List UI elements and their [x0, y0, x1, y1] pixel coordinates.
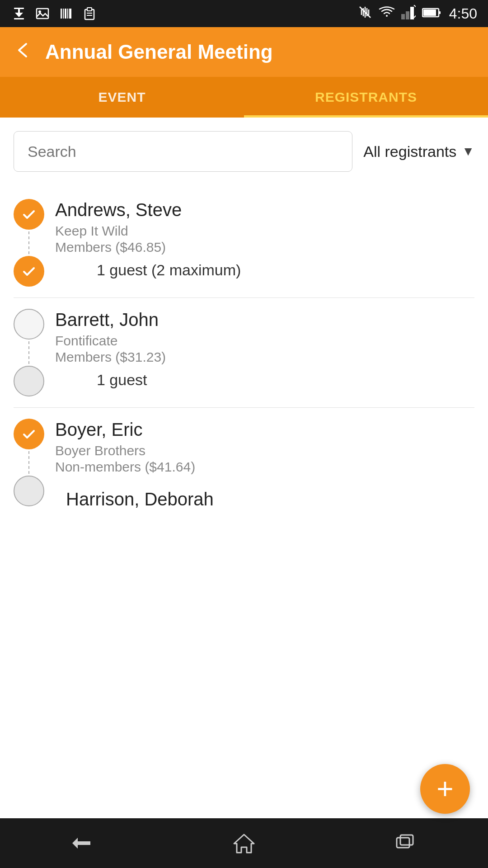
registrant-details: Boyer, Eric Boyer Brothers Non-members (…: [55, 419, 474, 510]
registrant-org: Fontificate: [55, 333, 474, 349]
registrant-name: Boyer, Eric: [55, 419, 474, 440]
registrant-name: Barrett, John: [55, 309, 474, 330]
chevron-down-icon: ▼: [462, 144, 474, 159]
svg-marker-18: [410, 7, 414, 19]
svg-rect-23: [439, 11, 441, 14]
svg-rect-3: [14, 18, 24, 19]
registrant-org: Boyer Brothers: [55, 443, 474, 458]
wifi-icon: [379, 6, 395, 22]
registrant-name-partial: Harrison, Deborah: [66, 488, 214, 510]
filter-label: All registrants: [363, 143, 456, 160]
search-input[interactable]: [28, 143, 338, 160]
check-circle-checked[interactable]: [14, 419, 44, 449]
search-box[interactable]: [14, 131, 352, 172]
mute-icon: [358, 5, 372, 23]
svg-rect-7: [63, 9, 64, 19]
svg-rect-0: [14, 8, 24, 9]
list-item: Andrews, Steve Keep It Wild Members ($46…: [14, 188, 474, 298]
time-display: 4:50: [449, 5, 477, 22]
svg-rect-10: [69, 9, 71, 19]
signal-icon: [401, 5, 416, 23]
svg-marker-16: [401, 14, 405, 19]
registrant-fee: Members ($31.23): [55, 349, 474, 365]
barcode-icon: [58, 5, 74, 22]
filter-dropdown[interactable]: All registrants ▼: [363, 143, 474, 160]
tab-registrants[interactable]: REGISTRANTS: [244, 77, 488, 118]
svg-marker-2: [15, 13, 23, 17]
svg-rect-6: [61, 9, 62, 19]
back-button[interactable]: [14, 41, 32, 63]
dashed-connector: [28, 231, 29, 254]
svg-line-19: [414, 5, 416, 7]
svg-line-20: [414, 15, 416, 18]
guest-text: 1 guest (2 maximum): [97, 261, 241, 279]
status-icons-left: [11, 5, 98, 22]
add-registrant-button[interactable]: +: [420, 764, 470, 814]
guest-check-circle-unchecked[interactable]: [14, 366, 44, 396]
svg-rect-12: [87, 8, 92, 11]
svg-point-5: [38, 10, 41, 13]
list-item: Boyer, Eric Boyer Brothers Non-members (…: [14, 408, 474, 521]
registrant-details: Andrews, Steve Keep It Wild Members ($46…: [55, 199, 474, 279]
tab-bar: EVENT REGISTRANTS: [0, 77, 488, 118]
status-bar: 4:50: [0, 0, 488, 27]
guest-row: 1 guest: [55, 371, 474, 389]
download-icon: [11, 5, 27, 22]
main-content: All registrants ▼: [0, 118, 488, 818]
svg-rect-24: [397, 838, 409, 848]
home-nav-button[interactable]: [226, 830, 262, 857]
bottom-nav: [0, 818, 488, 868]
battery-icon: [422, 6, 441, 21]
check-circle-checked[interactable]: [14, 199, 44, 230]
app-bar: Annual General Meeting: [0, 27, 488, 77]
check-circle-unchecked[interactable]: [14, 309, 44, 340]
registrant-fee: Non-members ($41.64): [55, 459, 474, 475]
registrant-list: Andrews, Steve Keep It Wild Members ($46…: [14, 188, 474, 521]
guest-check-circle-checked[interactable]: [14, 256, 44, 287]
status-icons-right: 4:50: [358, 5, 477, 23]
check-column: [14, 199, 44, 287]
guest-row: 1 guest (2 maximum): [55, 261, 474, 279]
tab-event[interactable]: EVENT: [0, 77, 244, 118]
svg-rect-8: [65, 9, 66, 19]
list-item: Barrett, John Fontificate Members ($31.2…: [14, 298, 474, 408]
registrant-fee: Members ($46.85): [55, 240, 474, 255]
search-filter-row: All registrants ▼: [14, 131, 474, 172]
next-registrant-partial: Harrison, Deborah: [55, 488, 474, 510]
guest-check-circle-unchecked[interactable]: [14, 476, 44, 506]
registrant-details: Barrett, John Fontificate Members ($31.2…: [55, 309, 474, 389]
recents-nav-button[interactable]: [389, 830, 425, 857]
registrant-name: Andrews, Steve: [55, 199, 474, 221]
registrant-org: Keep It Wild: [55, 223, 474, 239]
svg-rect-22: [423, 9, 436, 16]
page-title: Annual General Meeting: [45, 41, 273, 63]
dashed-connector: [28, 341, 29, 364]
svg-marker-17: [406, 11, 409, 19]
image-icon: [34, 5, 51, 22]
check-column: [14, 419, 44, 506]
svg-rect-9: [67, 9, 68, 19]
guest-text: 1 guest: [97, 371, 147, 389]
clipboard-icon: [81, 5, 98, 22]
svg-rect-25: [400, 835, 413, 845]
svg-rect-4: [37, 9, 48, 19]
check-column: [14, 309, 44, 396]
dashed-connector: [28, 451, 29, 474]
back-nav-button[interactable]: [63, 830, 99, 857]
plus-icon: +: [436, 774, 453, 803]
